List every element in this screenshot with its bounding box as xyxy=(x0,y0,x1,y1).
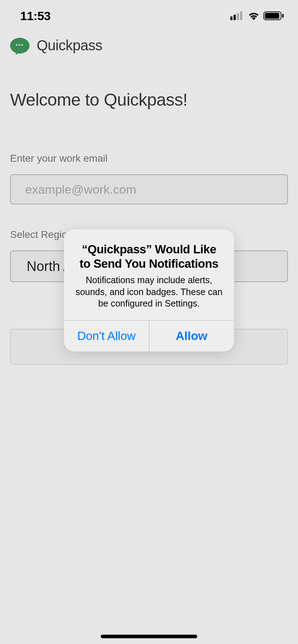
allow-label: Allow xyxy=(176,329,207,343)
dont-allow-button[interactable]: Don't Allow xyxy=(64,321,149,351)
allow-button[interactable]: Allow xyxy=(149,321,234,351)
alert-message: Notifications may include alerts, sounds… xyxy=(75,274,223,309)
notification-permission-alert: “Quickpass” Would Like to Send You Notif… xyxy=(64,229,234,351)
home-indicator[interactable] xyxy=(101,635,197,638)
alert-title: “Quickpass” Would Like to Send You Notif… xyxy=(75,242,223,271)
dont-allow-label: Don't Allow xyxy=(77,329,136,343)
